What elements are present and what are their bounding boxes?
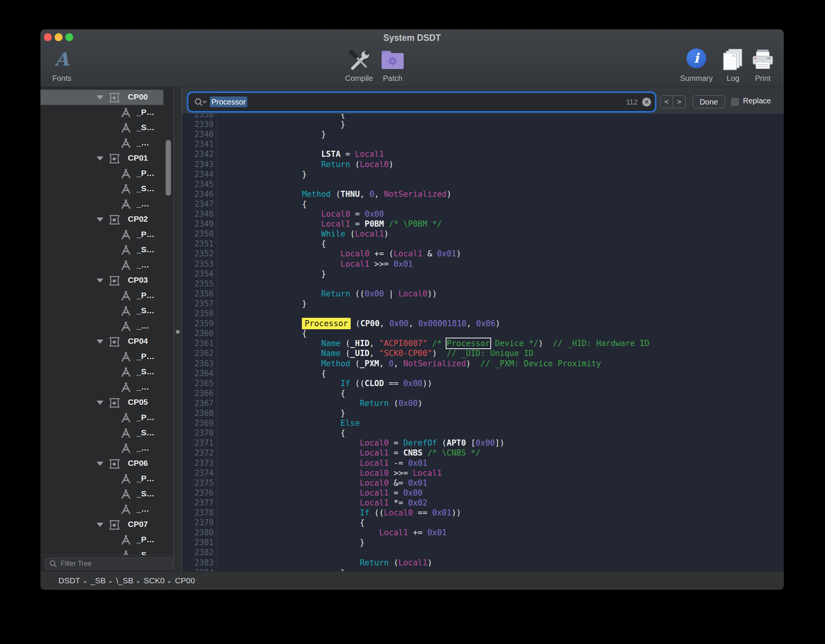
replace-checkbox[interactable] xyxy=(731,98,739,106)
tree-leaf[interactable]: _P… xyxy=(40,349,174,364)
code-line: Method (THNU, 0, NotSerialized) xyxy=(263,189,451,200)
disclosure-triangle-icon[interactable] xyxy=(97,401,103,405)
code-line: { xyxy=(263,114,345,120)
tree-leaf[interactable]: _S… xyxy=(40,242,174,258)
tree-node-cp03[interactable]: CP03 xyxy=(40,273,174,288)
tree-leaf[interactable]: _S… xyxy=(40,181,174,196)
zoom-button[interactable] xyxy=(65,33,73,41)
line-number: 2349 xyxy=(182,219,214,229)
tree-node-cp05[interactable]: CP05 xyxy=(40,395,174,410)
tree-node-cp06[interactable]: CP06 xyxy=(40,456,174,471)
tree-leaf[interactable]: _P… xyxy=(40,288,174,303)
find-previous-button[interactable]: < xyxy=(661,96,673,108)
search-options-icon[interactable] xyxy=(194,97,207,107)
done-button[interactable]: Done xyxy=(693,95,725,108)
tree-leaf[interactable]: _S… xyxy=(40,303,174,319)
code-line: LSTA = Local1 xyxy=(263,149,384,159)
tree-leaf[interactable]: _P… xyxy=(40,166,174,181)
sidebar-scrollbar[interactable] xyxy=(166,140,171,196)
disclosure-triangle-icon[interactable] xyxy=(97,95,103,100)
split-divider[interactable] xyxy=(174,87,182,571)
disclosure-triangle-icon[interactable] xyxy=(97,217,103,222)
device-node-icon xyxy=(109,398,120,410)
fonts-button[interactable]: A Fonts xyxy=(48,46,76,83)
method-node-icon xyxy=(120,550,132,555)
tree-leaf[interactable]: _… xyxy=(40,502,174,517)
tree-leaf[interactable]: _P… xyxy=(40,105,174,120)
tree-leaf[interactable]: _P… xyxy=(40,471,174,486)
tree-node-cp01[interactable]: CP01 xyxy=(40,151,174,166)
method-node-icon xyxy=(120,367,132,379)
tree-leaf[interactable]: _… xyxy=(40,441,174,456)
tree-node-cp02[interactable]: CP02 xyxy=(40,212,174,227)
tree-node-cp00[interactable]: CP00 xyxy=(40,90,174,105)
tree-leaf[interactable]: _S… xyxy=(40,547,174,555)
code-editor[interactable]: 2338 {2339 }2340 }23412342 LSTA = Local1… xyxy=(182,114,784,571)
tree-leaf[interactable]: _… xyxy=(40,319,174,334)
breadcrumb-item[interactable]: CP00 xyxy=(175,576,195,585)
tree-leaf[interactable]: _S… xyxy=(40,364,174,380)
clear-search-icon[interactable]: ✕ xyxy=(642,98,651,106)
patch-button[interactable]: Patch xyxy=(378,46,408,83)
tree-node-label: CP04 xyxy=(128,336,148,346)
method-node-icon xyxy=(120,474,132,486)
print-button[interactable]: Print xyxy=(749,46,777,83)
filter-tree-input[interactable]: Filter Tree xyxy=(45,557,173,570)
code-line: { xyxy=(263,199,307,209)
tree-leaf[interactable]: _P… xyxy=(40,227,174,242)
tree-node-label: CP07 xyxy=(128,520,148,529)
code-line: Return (Local0) xyxy=(263,159,393,170)
compile-icon xyxy=(347,48,371,74)
code-line: Local0 &= 0x01 xyxy=(263,478,427,488)
compile-button[interactable]: Compile xyxy=(343,46,375,83)
find-next-button[interactable]: > xyxy=(673,96,686,108)
method-node-icon xyxy=(120,138,132,150)
breadcrumb-item[interactable]: SCK0 xyxy=(144,576,165,585)
line-number: 2347 xyxy=(182,199,214,209)
tree-node-cp07[interactable]: CP07 xyxy=(40,517,174,532)
tree-leaf-label: _S… xyxy=(137,245,155,254)
method-node-icon xyxy=(120,230,132,242)
minimize-button[interactable] xyxy=(55,33,63,41)
line-number: 2368 xyxy=(182,408,214,419)
disclosure-triangle-icon[interactable] xyxy=(97,340,103,344)
code-line: Local1 -= 0x01 xyxy=(263,458,427,469)
tree-leaf[interactable]: _… xyxy=(40,196,174,212)
disclosure-triangle-icon[interactable] xyxy=(97,462,103,466)
tree-leaf-label: _P… xyxy=(137,413,155,422)
tree-leaf[interactable]: _S… xyxy=(40,486,174,502)
tree-leaf[interactable]: _S… xyxy=(40,120,174,135)
tree-leaf[interactable]: _P… xyxy=(40,410,174,425)
disclosure-triangle-icon[interactable] xyxy=(97,279,103,283)
device-node-icon xyxy=(109,92,120,105)
tree-leaf[interactable]: _… xyxy=(40,258,174,273)
tree-leaf-label: _S… xyxy=(137,306,155,315)
line-number: 2345 xyxy=(182,179,214,190)
tree-leaf-label: _… xyxy=(137,260,149,269)
disclosure-triangle-icon[interactable] xyxy=(97,156,103,161)
line-number: 2355 xyxy=(182,279,214,289)
tree-leaf[interactable]: _… xyxy=(40,380,174,395)
breadcrumb-item[interactable]: \_SB xyxy=(116,576,134,585)
disclosure-triangle-icon[interactable] xyxy=(97,523,103,527)
method-node-icon xyxy=(120,169,132,180)
breadcrumb-item[interactable]: _SB xyxy=(90,576,106,585)
tree-leaf-label: _P… xyxy=(137,108,155,117)
tree-leaf[interactable]: _… xyxy=(40,135,174,151)
breadcrumb-item[interactable]: DSDT xyxy=(58,576,80,585)
tree-leaf[interactable]: _S… xyxy=(40,425,174,441)
line-number: 2371 xyxy=(182,438,214,448)
summary-button[interactable]: i Summary xyxy=(677,46,715,83)
line-number: 2359 xyxy=(182,319,214,329)
tree-leaf-label: _S… xyxy=(137,123,155,132)
close-button[interactable] xyxy=(44,33,52,41)
line-number: 2358 xyxy=(182,309,214,319)
breadcrumb-separator-icon: ▸ xyxy=(137,577,140,584)
patch-icon xyxy=(380,48,405,72)
code-line: Local0 = DerefOf (APT0 [0x00]) xyxy=(263,438,504,448)
tree-node-cp04[interactable]: CP04 xyxy=(40,334,174,349)
tree-leaf[interactable]: _P… xyxy=(40,532,174,547)
log-button[interactable]: Log xyxy=(719,46,747,83)
search-input[interactable]: Processor 112 ✕ xyxy=(189,93,655,111)
tree-leaf-label: _… xyxy=(137,443,149,452)
